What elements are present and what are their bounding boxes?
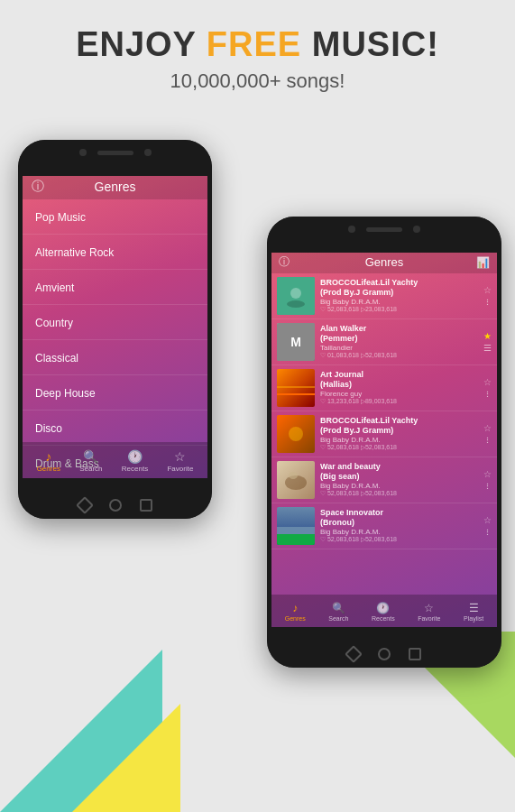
svg-point-2	[287, 300, 305, 308]
song-info: BROCCOLifeat.Lil Yachty (Prod By.J Gramm…	[320, 416, 478, 452]
tab-search-right[interactable]: 🔍 Search	[328, 602, 348, 622]
speaker-left	[97, 151, 133, 155]
back-button-left[interactable]	[76, 496, 94, 514]
song-title: Art Journal	[320, 370, 478, 380]
tab-bar-right: ♪ Genres 🔍 Search 🕐 Recents ☆ Favorite ☰	[271, 595, 497, 629]
table-row[interactable]: Space Innovator (Bronou) Big Baby D.R.A.…	[271, 503, 497, 549]
song-thumb	[277, 415, 315, 453]
song-thumb	[277, 461, 315, 499]
star-icon[interactable]: ☆	[483, 515, 492, 525]
list-item[interactable]: Amvient	[23, 270, 207, 305]
home-button-left[interactable]	[109, 499, 122, 512]
title-enjoy: ENJOY	[76, 25, 207, 63]
phone-bottom-nav-left	[18, 499, 212, 512]
tab-recents-right[interactable]: 🕐 Recents	[372, 602, 395, 622]
song-info: Art Journal (Hallias) Florence guy ♡ 13,…	[320, 370, 478, 406]
menu-icon[interactable]: ☰	[483, 343, 492, 353]
song-info: BROCCOLifeat.Lil Yachty (Prod By.J Gramm…	[320, 278, 478, 314]
tab-genres-right[interactable]: ♪ Genres	[285, 602, 306, 622]
tab-favorite-left[interactable]: ☆ Favorite	[167, 449, 193, 473]
genres-icon-right: ♪	[292, 602, 298, 614]
tab-favorite-label-right: Favorite	[418, 615, 440, 622]
song-actions: ★ ☰	[483, 331, 492, 353]
list-item[interactable]: Classical	[23, 340, 207, 375]
song-stats: ♡ 52,083,618 ▷23,083,618	[320, 306, 478, 313]
menu-icon[interactable]: ⫶	[485, 481, 490, 491]
svg-point-9	[289, 427, 303, 441]
genres-icon-left: ♪	[45, 449, 51, 464]
table-row[interactable]: M Alan Walker (Pemmer) Taillandier ♡ 01,…	[271, 319, 497, 365]
table-row[interactable]: BROCCOLifeat.Lil Yachty (Prod By.J Gramm…	[271, 273, 497, 319]
song-title: BROCCOLifeat.Lil Yachty	[320, 278, 478, 288]
camera2-left	[144, 149, 152, 156]
table-row[interactable]: War and beauty (Big sean) Big Baby D.R.A…	[271, 457, 497, 503]
phone-left: ⓘ Genres Pop Music Alternative Rock Amvi…	[18, 140, 212, 519]
song-artist: Big Baby D.R.A.M.	[320, 528, 478, 537]
song-stats: ♡ 52,083,618 ▷52,083,618	[320, 444, 478, 451]
tab-search-label-left: Search	[79, 465, 102, 473]
table-row[interactable]: BROCCOLifeat.Lil Yachty (Prod By.J Gramm…	[271, 411, 497, 457]
menu-icon[interactable]: ⫶	[485, 527, 490, 537]
recents-button-left[interactable]	[140, 499, 152, 512]
tab-favorite-right[interactable]: ☆ Favorite	[418, 602, 440, 622]
list-item[interactable]: Pop Music	[23, 199, 207, 235]
back-button-right[interactable]	[345, 645, 363, 663]
phone-top-bar-right	[267, 226, 501, 233]
star-icon[interactable]: ☆	[483, 285, 492, 295]
song-stats: ♡ 52,083,618 ▷52,083,618	[320, 536, 478, 543]
song-actions: ☆ ⫶	[483, 285, 492, 307]
song-info: Alan Walker (Pemmer) Taillandier ♡ 01,08…	[320, 324, 478, 360]
genres-list: Pop Music Alternative Rock Amvient Count…	[23, 199, 207, 480]
tab-genres-left[interactable]: ♪ Genres	[37, 449, 60, 473]
song-thumb	[277, 277, 315, 315]
tab-search-label-right: Search	[328, 615, 348, 622]
menu-icon[interactable]: ⫶	[485, 435, 490, 445]
phone-shell-right: ⓘ Genres 📊 BROCCOLifeat.Li	[267, 217, 501, 668]
star-icon[interactable]: ☆	[483, 423, 492, 433]
svg-point-12	[289, 472, 298, 479]
song-actions: ☆ ⫶	[483, 377, 492, 399]
svg-rect-5	[277, 369, 315, 407]
list-item[interactable]: Deep House	[23, 375, 207, 411]
camera-left	[79, 149, 87, 156]
phone-right: ⓘ Genres 📊 BROCCOLifeat.Li	[267, 217, 501, 668]
menu-icon[interactable]: ⫶	[485, 389, 490, 399]
bg-decoration-yellow	[72, 704, 180, 812]
tab-recents-left[interactable]: 🕐 Recents	[122, 449, 148, 473]
song-title: BROCCOLifeat.Lil Yachty	[320, 416, 478, 426]
info-icon-left: ⓘ	[32, 179, 44, 195]
song-actions: ☆ ⫶	[483, 515, 492, 537]
phone-bottom-nav-right	[267, 648, 501, 660]
title-free: FREE	[207, 25, 312, 63]
star-icon[interactable]: ☆	[483, 377, 492, 387]
recents-button-right[interactable]	[409, 648, 421, 660]
menu-icon[interactable]: ⫶	[485, 297, 490, 307]
tab-search-left[interactable]: 🔍 Search	[79, 449, 102, 473]
chart-icon-right: 📊	[476, 256, 490, 269]
tab-playlist-right[interactable]: ☰ Playlist	[464, 602, 483, 622]
camera-right	[348, 226, 355, 233]
screen-title-left: Genres	[95, 180, 136, 194]
tab-recents-label-left: Recents	[122, 465, 148, 473]
song-stats: ♡ 52,083,618 ▷52,083,618	[320, 490, 478, 497]
list-item[interactable]: Country	[23, 305, 207, 340]
song-info: War and beauty (Big sean) Big Baby D.R.A…	[320, 462, 478, 498]
song-artist: Big Baby D.R.A.M.	[320, 298, 478, 307]
screen-title-right: Genres	[365, 255, 404, 269]
home-button-right[interactable]	[378, 648, 391, 660]
tab-recents-label-right: Recents	[372, 615, 395, 622]
song-thumb	[277, 507, 315, 545]
page-title: ENJOY FREE MUSIC!	[0, 25, 515, 64]
star-icon[interactable]: ☆	[483, 469, 492, 479]
star-icon[interactable]: ★	[483, 331, 492, 341]
song-title2: (Hallias)	[320, 380, 478, 390]
svg-text:M: M	[290, 335, 301, 349]
list-item[interactable]: Disco	[23, 411, 207, 446]
table-row[interactable]: Art Journal (Hallias) Florence guy ♡ 13,…	[271, 365, 497, 411]
info-icon-right: ⓘ	[279, 254, 290, 270]
list-item[interactable]: Alternative Rock	[23, 235, 207, 270]
phone-shell-left: ⓘ Genres Pop Music Alternative Rock Amvi…	[18, 140, 212, 519]
song-thumb	[277, 369, 315, 407]
song-list: BROCCOLifeat.Lil Yachty (Prod By.J Gramm…	[271, 273, 497, 549]
song-title2: (Bronou)	[320, 518, 478, 528]
